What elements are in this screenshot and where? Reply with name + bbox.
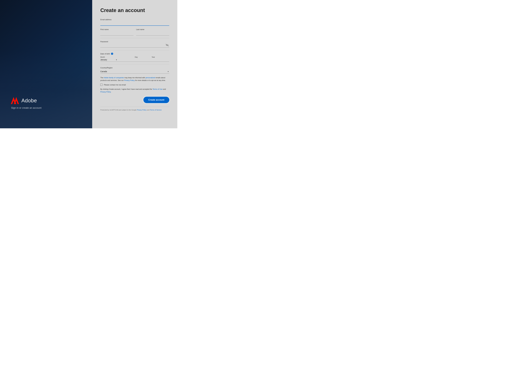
dob-label-row: Date of birth i — [100, 53, 169, 55]
consent-text: The Adobe family of companies may keep m… — [100, 76, 169, 82]
month-select[interactable]: January February March April May June Ju… — [100, 59, 117, 61]
lastname-input[interactable] — [136, 31, 169, 36]
country-section: Country/Region Canada United States Unit… — [100, 67, 169, 74]
terms-period: . — [111, 91, 111, 93]
recaptcha-privacy-link[interactable]: Privacy Policy — [137, 109, 147, 111]
personalized-link[interactable]: personalized — [145, 77, 155, 79]
terms-of-use-link[interactable]: Terms of Use — [153, 88, 163, 90]
country-select[interactable]: Canada United States United Kingdom Aust… — [100, 70, 169, 73]
lastname-label: Last name — [136, 28, 169, 30]
day-input[interactable] — [117, 59, 143, 61]
firstname-input[interactable] — [100, 31, 133, 36]
dob-column-headers: Month Day Year — [100, 56, 169, 58]
eye-toggle-icon[interactable] — [166, 44, 169, 47]
dob-section: Date of birth i Month Day Year January F… — [100, 53, 169, 62]
dob-inputs: January February March April May June Ju… — [100, 59, 169, 62]
terms-text-before: By clicking Create account, I agree that… — [100, 88, 153, 90]
create-btn-wrapper: Create account — [100, 97, 169, 103]
recaptcha-text-before: Protected by reCAPTCHA and subject to th… — [100, 109, 137, 111]
terms-text: By clicking Create account, I agree that… — [100, 88, 169, 93]
left-panel: Adobe Sign in or create an account — [0, 0, 92, 128]
consent-text-before-link1: The — [100, 77, 103, 79]
contact-checkbox[interactable] — [100, 84, 103, 86]
day-col-label: Day — [135, 56, 149, 58]
year-input[interactable] — [143, 59, 169, 61]
consent-text-end: for more details or to opt-out at any ti… — [135, 79, 166, 81]
divider-1 — [100, 38, 169, 38]
checkbox-label[interactable]: Please contact me via email — [104, 84, 126, 86]
country-label: Country/Region — [100, 67, 169, 69]
adobe-logo: Adobe — [11, 97, 92, 104]
password-section: Password — [100, 41, 169, 48]
recaptcha-divider — [100, 107, 169, 107]
checkbox-row: Please contact me via email — [100, 84, 169, 86]
country-select-wrapper: Canada United States United Kingdom Aust… — [100, 70, 169, 74]
divider-3 — [100, 64, 169, 64]
password-wrapper — [100, 43, 169, 48]
adobe-wordmark: Adobe — [21, 98, 37, 103]
firstname-label: First name — [100, 28, 133, 30]
adobe-family-link[interactable]: Adobe family of companies — [104, 77, 124, 79]
dob-info-icon[interactable]: i — [111, 53, 113, 55]
lastname-col: Last name — [136, 28, 169, 36]
email-label: Email address — [100, 19, 169, 21]
recaptcha-text: Protected by reCAPTCHA and subject to th… — [100, 109, 169, 111]
year-col-label: Year — [152, 56, 169, 58]
password-label: Password — [100, 41, 169, 43]
consent-text-middle: may keep me informed with — [124, 77, 146, 79]
month-col-label: Month — [100, 56, 133, 58]
right-panel: Create an account Email address First na… — [92, 0, 177, 128]
privacy-policy-link-consent[interactable]: Privacy Policy — [124, 79, 135, 81]
adobe-icon — [11, 97, 19, 104]
recaptcha-terms-link[interactable]: Terms of Service — [150, 109, 162, 111]
terms-text-and: and — [163, 88, 166, 90]
privacy-policy-link-terms[interactable]: Privacy Policy — [100, 91, 111, 93]
password-input[interactable] — [100, 43, 169, 48]
dob-label: Date of birth — [100, 53, 110, 55]
name-section: First name Last name — [100, 28, 169, 36]
divider-2 — [100, 50, 169, 50]
month-select-wrapper: January February March April May June Ju… — [100, 59, 117, 61]
page-title: Create an account — [100, 7, 169, 13]
recaptcha-text-and: and — [147, 109, 150, 111]
email-input[interactable] — [100, 21, 169, 26]
firstname-col: First name — [100, 28, 133, 36]
email-section: Email address — [100, 19, 169, 26]
create-account-button[interactable]: Create account — [144, 97, 169, 103]
adobe-tagline: Sign in or create an account — [11, 107, 92, 109]
